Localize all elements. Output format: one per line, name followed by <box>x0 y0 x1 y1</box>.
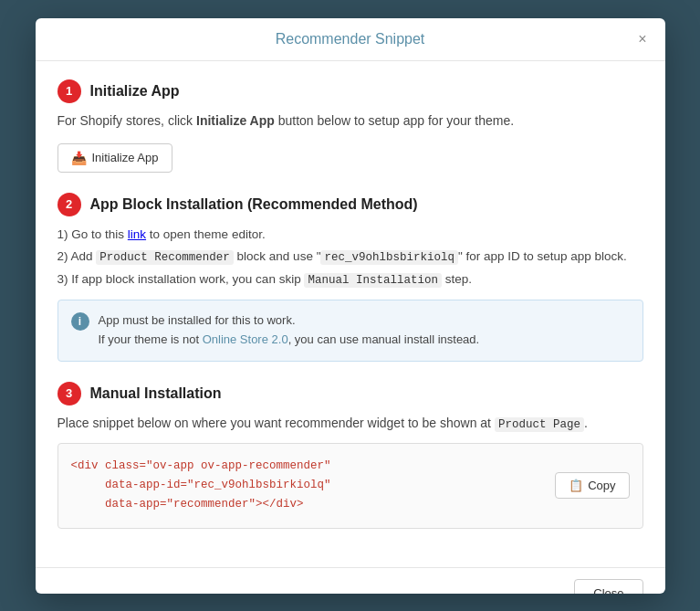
list-item-1: Go to this link to open theme editor. <box>57 224 643 246</box>
step-badge-2: 2 <box>57 193 81 216</box>
info-icon: i <box>71 312 89 331</box>
initialize-app-button[interactable]: 📥 Initialize App <box>57 143 172 173</box>
download-icon: 📥 <box>71 151 87 165</box>
modal-close-button[interactable]: × <box>632 30 652 48</box>
section-1-header: 1 Initialize App <box>57 79 643 103</box>
section-1-desc: For Shopify stores, click Initialize App… <box>57 111 643 131</box>
section-3: 3 Manual Installation Place snippet belo… <box>57 382 643 529</box>
section-2: 2 App Block Installation (Recommended Me… <box>57 193 643 362</box>
section-3-title: Manual Installation <box>90 385 222 402</box>
section-2-header: 2 App Block Installation (Recommended Me… <box>57 193 643 216</box>
code-block-wrap: <div class="ov-app ov-app-recommender" d… <box>57 443 643 529</box>
copy-icon: 📋 <box>569 479 583 492</box>
modal-dialog: Recommender Snippet × 1 Initialize App F… <box>36 18 665 594</box>
close-button[interactable]: Close <box>574 579 643 594</box>
modal-title: Recommender Snippet <box>276 31 425 47</box>
online-store-link[interactable]: Online Store 2.0 <box>203 332 288 346</box>
info-text: App must be installed for this to work. … <box>99 311 480 350</box>
modal-footer: Close <box>36 567 665 594</box>
list-item-3: If app block installation work, you can … <box>57 269 643 291</box>
theme-editor-link[interactable]: link <box>128 227 146 241</box>
list-item-2: Add Product Recommender block and use "r… <box>57 246 643 269</box>
section-2-list: Go to this link to open theme editor. Ad… <box>57 224 643 290</box>
step-badge-1: 1 <box>57 79 81 103</box>
modal-header: Recommender Snippet × <box>36 18 665 61</box>
section-3-header: 3 Manual Installation <box>57 382 643 406</box>
code-block: <div class="ov-app ov-app-recommender" d… <box>71 457 331 515</box>
info-box: i App must be installed for this to work… <box>57 300 643 362</box>
section-1-title: Initialize App <box>90 83 180 100</box>
section-1: 1 Initialize App For Shopify stores, cli… <box>57 79 643 173</box>
section-3-desc: Place snippet below on where you want re… <box>57 413 643 434</box>
section-2-title: App Block Installation (Recommended Meth… <box>90 196 418 213</box>
copy-button[interactable]: 📋 Copy <box>555 472 629 499</box>
modal-body: 1 Initialize App For Shopify stores, cli… <box>36 61 665 567</box>
step-badge-3: 3 <box>57 382 81 406</box>
